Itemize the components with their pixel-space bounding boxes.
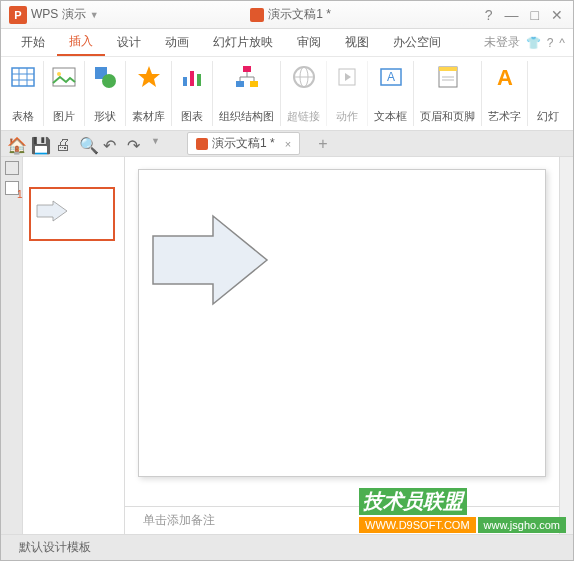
app-menu-dropdown-icon: ▼ <box>90 10 99 20</box>
shape-icon <box>91 63 119 91</box>
ribbon: 表格 图片 形状 素材库 图表 组织结构图 超链接 动作 <box>1 57 573 131</box>
print-preview-icon[interactable]: 🔍 <box>79 136 95 152</box>
view-rail <box>1 157 23 534</box>
slide-canvas[interactable] <box>138 169 546 477</box>
chart-icon <box>178 63 206 91</box>
qat-dropdown-icon[interactable]: ▼ <box>151 136 167 152</box>
arrow-shape[interactable] <box>149 212 273 308</box>
svg-text:A: A <box>386 70 394 84</box>
tab-design[interactable]: 设计 <box>105 29 153 56</box>
vertical-scrollbar[interactable] <box>559 157 573 534</box>
settings-icon[interactable]: ? <box>547 36 554 50</box>
skin-icon[interactable]: 👕 <box>526 36 541 50</box>
tab-view[interactable]: 视图 <box>333 29 381 56</box>
document-icon <box>250 8 264 22</box>
table-button[interactable]: 表格 <box>3 61 44 126</box>
slide-thumbnail-1[interactable]: 1 <box>29 187 115 241</box>
minimize-button[interactable]: — <box>505 7 519 23</box>
material-button[interactable]: 素材库 <box>126 61 172 126</box>
redo-icon[interactable]: ↷ <box>127 136 143 152</box>
shape-button[interactable]: 形状 <box>85 61 126 126</box>
header-button[interactable]: 页眉和页脚 <box>414 61 482 126</box>
svg-rect-28 <box>439 67 457 71</box>
template-label: 默认设计模板 <box>19 539 91 556</box>
svg-marker-24 <box>345 73 351 81</box>
outline-view-icon[interactable] <box>5 161 19 175</box>
tab-slideshow[interactable]: 幻灯片放映 <box>201 29 285 56</box>
tab-animation[interactable]: 动画 <box>153 29 201 56</box>
textbox-icon: A <box>377 63 405 91</box>
maximize-button[interactable]: □ <box>531 7 539 23</box>
close-button[interactable]: ✕ <box>551 7 563 23</box>
table-icon <box>9 63 37 91</box>
wordart-icon: A <box>491 63 519 91</box>
action-button[interactable]: 动作 <box>327 61 368 126</box>
svg-point-8 <box>102 74 116 88</box>
svg-rect-12 <box>197 74 201 86</box>
svg-text:A: A <box>497 65 513 90</box>
svg-marker-9 <box>138 66 160 87</box>
tab-office[interactable]: 办公空间 <box>381 29 453 56</box>
orgchart-button[interactable]: 组织结构图 <box>213 61 281 126</box>
slide-thumbnails: 1 <box>23 157 125 534</box>
wordart-button[interactable]: A 艺术字 <box>482 61 528 126</box>
help-button[interactable]: ? <box>485 7 493 23</box>
app-logo-icon: P <box>9 6 27 24</box>
action-icon <box>333 63 361 91</box>
textbox-button[interactable]: A 文本框 <box>368 61 414 126</box>
tab-review[interactable]: 审阅 <box>285 29 333 56</box>
svg-rect-14 <box>236 81 244 87</box>
svg-point-6 <box>57 72 61 76</box>
slide-button[interactable]: 幻灯 <box>528 61 568 126</box>
orgchart-icon <box>233 63 261 91</box>
svg-rect-0 <box>12 68 34 86</box>
notes-placeholder: 单击添加备注 <box>143 512 215 529</box>
save-icon[interactable]: 💾 <box>31 136 47 152</box>
document-title: 演示文稿1 * <box>107 6 475 23</box>
svg-rect-5 <box>53 68 75 86</box>
undo-icon[interactable]: ↶ <box>103 136 119 152</box>
tab-start[interactable]: 开始 <box>9 29 57 56</box>
new-tab-button[interactable]: + <box>318 135 327 153</box>
notes-pane[interactable]: 单击添加备注 <box>125 506 559 534</box>
hyperlink-icon <box>290 63 318 91</box>
svg-rect-13 <box>243 66 251 72</box>
document-tab-icon <box>196 138 208 150</box>
svg-marker-33 <box>153 216 267 304</box>
svg-rect-11 <box>190 71 194 86</box>
document-tab-title: 演示文稿1 * <box>212 135 275 152</box>
statusbar: 默认设计模板 <box>1 534 573 560</box>
canvas-area: 单击添加备注 <box>125 157 559 534</box>
print-icon[interactable]: 🖨 <box>55 136 71 152</box>
chart-button[interactable]: 图表 <box>172 61 213 126</box>
login-link[interactable]: 未登录 <box>484 34 520 51</box>
svg-marker-32 <box>37 201 67 221</box>
app-menu-button[interactable]: P WPS 演示 ▼ <box>1 1 107 28</box>
document-tab[interactable]: 演示文稿1 * × <box>187 132 300 155</box>
picture-icon <box>50 63 78 91</box>
titlebar: P WPS 演示 ▼ 演示文稿1 * ? — □ ✕ <box>1 1 573 29</box>
svg-rect-15 <box>250 81 258 87</box>
picture-button[interactable]: 图片 <box>44 61 85 126</box>
slide-number: 1 <box>17 189 23 200</box>
app-name: WPS 演示 <box>31 6 86 23</box>
close-tab-button[interactable]: × <box>285 138 291 150</box>
hyperlink-button[interactable]: 超链接 <box>281 61 327 126</box>
header-icon <box>434 63 462 91</box>
slide-icon <box>534 63 562 91</box>
home-icon[interactable]: 🏠 <box>7 136 23 152</box>
star-icon <box>135 63 163 91</box>
svg-rect-10 <box>183 77 187 86</box>
quick-access-toolbar: 🏠 💾 🖨 🔍 ↶ ↷ ▼ 演示文稿1 * × + <box>1 131 573 157</box>
ribbon-tabs: 开始 插入 设计 动画 幻灯片放映 审阅 视图 办公空间 未登录 👕 ? ^ <box>1 29 573 57</box>
collapse-ribbon-icon[interactable]: ^ <box>559 36 565 50</box>
tab-insert[interactable]: 插入 <box>57 29 105 56</box>
workspace: 1 单击添加备注 <box>1 157 573 534</box>
